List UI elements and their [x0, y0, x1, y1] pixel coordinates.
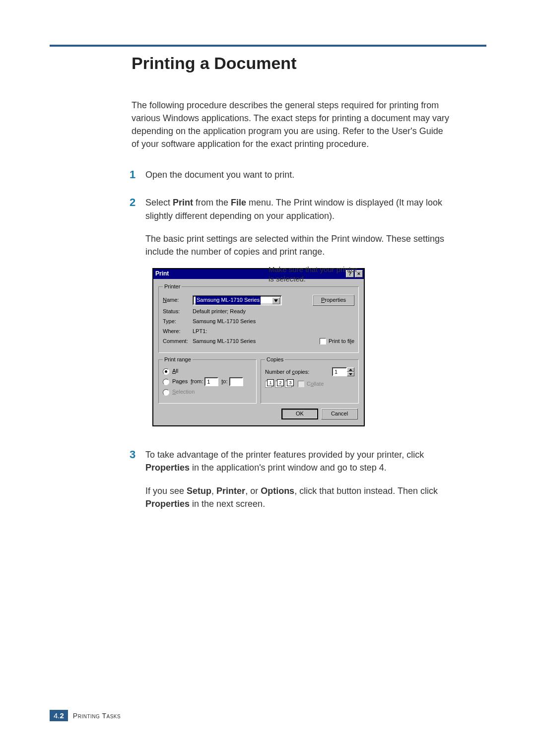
comment-label: Comment: [163, 338, 193, 345]
s3-a: To take advantage of the printer feature… [145, 450, 424, 460]
range-all-label: All [172, 367, 178, 375]
step2-a: Select [145, 198, 173, 207]
print-range-legend: Print range [163, 356, 193, 364]
step2-bold-file: File [231, 198, 246, 207]
num-copies-label: Number of copies: [265, 368, 309, 376]
s3-p2b: , click that button instead. Then click [294, 486, 438, 496]
type-label: Type: [163, 318, 193, 326]
properties-button[interactable]: Properties [313, 295, 354, 306]
s3-bold-printer: Printer [216, 486, 245, 496]
step-number-2: 2 [130, 195, 135, 210]
printer-legend: Printer [163, 283, 182, 291]
dropdown-arrow-icon[interactable] [272, 297, 280, 304]
step-1-text: Open the document you want to print. [145, 168, 449, 181]
s3-bold-props: Properties [145, 463, 190, 473]
from-label: from: [191, 378, 203, 386]
num-copies-input[interactable]: 1 [332, 367, 347, 376]
s3-p2c: in the next screen. [190, 499, 265, 509]
range-pages-radio[interactable] [163, 379, 169, 385]
printer-name-combo[interactable]: Samsung ML-1710 Series [193, 295, 282, 305]
page-number-badge: 4.2 [50, 710, 68, 721]
to-label: to: [221, 378, 227, 386]
step2-b: from the [193, 198, 231, 207]
where-label: Where: [163, 328, 193, 336]
where-value: LPT1: [193, 328, 207, 336]
to-input[interactable] [229, 377, 243, 386]
step-3-para1: To take advantage of the printer feature… [145, 448, 449, 474]
step-3: 3 To take advantage of the printer featu… [132, 448, 449, 510]
step-number-3: 3 [130, 447, 135, 463]
step-2: 2 Select Print from the File menu. The P… [132, 196, 449, 426]
type-value: Samsung ML-1710 Series [193, 318, 256, 326]
name-label: Name: [163, 296, 193, 304]
range-selection-label: Selection [172, 388, 195, 396]
s3-sep1: , [211, 486, 216, 496]
collate-checkbox [298, 381, 304, 387]
step-3-para2: If you see Setup, Printer, or Options, c… [145, 484, 449, 510]
svg-marker-0 [274, 299, 278, 302]
status-label: Status: [163, 308, 193, 316]
intro-paragraph: The following procedure describes the ge… [132, 99, 449, 150]
printer-name-value: Samsung ML-1710 Series [196, 296, 261, 305]
status-value: Default printer; Ready [193, 308, 246, 316]
printer-group: Printer Name: Samsung ML-1710 Series Pro… [158, 283, 359, 353]
page-footer: 4.2 Printing Tasks [50, 710, 121, 721]
s3-bold-props2: Properties [145, 499, 190, 509]
s3-sep2: , or [245, 486, 261, 496]
svg-marker-2 [349, 373, 352, 375]
cancel-button[interactable]: Cancel [321, 409, 358, 419]
s3-bold-options: Options [261, 486, 294, 496]
footer-page: 2 [60, 711, 64, 720]
print-to-file-checkbox[interactable] [320, 338, 326, 344]
s3-bold-setup: Setup [187, 486, 211, 496]
footer-section-label: Printing Tasks [73, 712, 121, 720]
comment-value: Samsung ML-1710 Series [193, 338, 256, 345]
header-rule [50, 45, 486, 47]
section-title: Printing a Document [132, 54, 449, 73]
from-input[interactable]: 1 [204, 377, 218, 386]
print-to-file-row: Print to file [320, 338, 354, 345]
s3-p2a: If you see [145, 486, 187, 496]
copies-legend: Copies [265, 356, 285, 364]
step-2-para2: The basic print settings are selected wi… [145, 232, 449, 258]
copies-spinner[interactable] [347, 367, 354, 376]
range-pages-label: Pages [172, 378, 188, 386]
spin-down-icon[interactable] [347, 372, 354, 376]
footer-chapter: 4. [54, 711, 60, 720]
range-all-radio[interactable] [163, 368, 169, 375]
ok-button[interactable]: OK [281, 409, 318, 419]
collate-label: Collate [307, 380, 324, 388]
print-dialog-figure: Make sure that your printer is selected.… [152, 268, 366, 427]
step2-bold-print: Print [173, 198, 193, 207]
step-number-1: 1 [130, 167, 135, 183]
print-dialog: Print ? × Printer Name: Samsung ML-1710 [152, 268, 365, 427]
spin-up-icon[interactable] [347, 367, 354, 372]
collate-preview-icon: 1 2 3 [265, 379, 294, 388]
svg-marker-1 [349, 369, 352, 371]
callout-text: Make sure that your printer is selected. [268, 265, 358, 284]
step-2-para1: Select Print from the File menu. The Pri… [145, 196, 449, 222]
step-1: 1 Open the document you want to print. [132, 168, 449, 181]
s3-b: in the application's print window and go… [190, 463, 387, 473]
range-selection-radio [163, 389, 169, 396]
print-range-group: Print range All Pages from: [158, 356, 257, 404]
print-to-file-label: Print to file [329, 338, 354, 345]
copies-group: Copies Number of copies: 1 [261, 356, 359, 404]
